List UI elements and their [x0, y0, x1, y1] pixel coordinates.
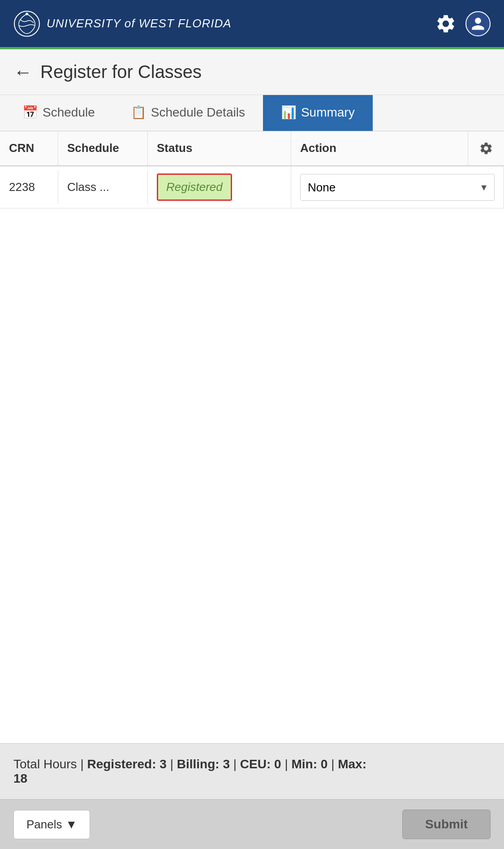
tab-summary-label: Summary — [301, 105, 355, 120]
panels-chevron-icon: ▼ — [66, 818, 78, 832]
th-crn: CRN — [0, 131, 58, 165]
total-hours-label: Total Hours — [13, 757, 77, 771]
billing-value: 3 — [223, 757, 230, 771]
uwf-logo-icon — [13, 10, 40, 37]
status-badge: Registered — [157, 173, 232, 201]
submit-button[interactable]: Submit — [402, 810, 491, 839]
th-settings[interactable] — [468, 131, 504, 165]
tab-schedule-label: Schedule — [43, 105, 95, 120]
bottom-action-bar: Panels ▼ Submit — [0, 799, 504, 849]
min-label: Min: — [291, 757, 317, 771]
tab-bar: 📅 Schedule 📋 Schedule Details 📊 Summary — [0, 95, 504, 131]
action-dropdown[interactable]: None Drop Withdraw — [300, 174, 495, 201]
table-row: 2238 Class ... Registered None Drop With… — [0, 166, 504, 208]
th-status: Status — [148, 131, 291, 165]
tab-summary[interactable]: 📊 Summary — [263, 95, 373, 131]
tab-schedule-details[interactable]: 📋 Schedule Details — [113, 95, 263, 131]
user-icon — [470, 16, 486, 31]
th-action: Action — [291, 131, 468, 165]
logo-text: UNIVERSITY of WEST FLORIDA — [47, 17, 232, 30]
billing-label: Billing: — [177, 757, 220, 771]
registered-value: 3 — [159, 757, 167, 771]
cell-action: None Drop Withdraw ▼ — [291, 167, 504, 208]
cell-crn: 2238 — [0, 170, 58, 204]
separator5: | — [331, 757, 338, 771]
action-select-wrapper: None Drop Withdraw ▼ — [300, 174, 495, 201]
cell-status: Registered — [148, 166, 291, 208]
footer-info-bar: Total Hours | Registered: 3 | Billing: 3… — [0, 743, 504, 799]
registration-table: CRN Schedule Status Action 2238 Class ..… — [0, 131, 504, 743]
back-button[interactable]: ← — [13, 63, 32, 82]
ceu-value: 0 — [274, 757, 281, 771]
page-title: Register for Classes — [40, 62, 202, 82]
svg-point-1 — [26, 13, 28, 15]
separator4: | — [284, 757, 291, 771]
gear-icon — [435, 13, 457, 35]
separator3: | — [233, 757, 240, 771]
max-value: 18 — [13, 771, 27, 785]
min-value: 0 — [321, 757, 328, 771]
max-label: Max: — [338, 757, 366, 771]
tab-schedule[interactable]: 📅 Schedule — [4, 95, 113, 131]
settings-button[interactable] — [435, 13, 457, 35]
tab-schedule-details-label: Schedule Details — [151, 105, 245, 120]
separator2: | — [170, 757, 177, 771]
app-header: UNIVERSITY of WEST FLORIDA — [0, 0, 504, 49]
panels-button[interactable]: Panels ▼ — [13, 810, 90, 839]
page-title-bar: ← Register for Classes — [0, 49, 504, 95]
user-avatar — [465, 11, 491, 36]
summary-tab-icon: 📊 — [281, 105, 297, 120]
registered-label: Registered: — [87, 757, 156, 771]
separator1: | — [80, 757, 87, 771]
cell-schedule: Class ... — [58, 170, 148, 204]
th-schedule: Schedule — [58, 131, 148, 165]
schedule-details-tab-icon: 📋 — [131, 105, 146, 120]
header-actions — [435, 11, 491, 36]
panels-label: Panels — [26, 818, 62, 832]
ceu-label: CEU: — [240, 757, 271, 771]
schedule-tab-icon: 📅 — [22, 105, 38, 120]
logo-container: UNIVERSITY of WEST FLORIDA — [13, 10, 232, 37]
table-gear-icon — [479, 141, 493, 156]
user-profile-button[interactable] — [465, 11, 491, 36]
table-header-row: CRN Schedule Status Action — [0, 131, 504, 166]
